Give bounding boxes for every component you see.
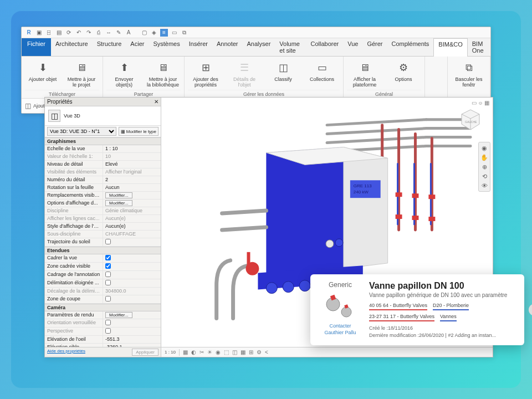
property-row[interactable]: Elévation de l'oeil-551.3 xyxy=(45,336,161,344)
property-row[interactable]: Numéro du détail2 xyxy=(45,176,161,184)
contact-link[interactable]: Contacter Gauthier Pallu xyxy=(318,323,362,336)
vp-icon[interactable]: ▦ xyxy=(484,100,489,106)
window-icon[interactable]: ▭ xyxy=(170,29,178,37)
property-row[interactable]: Rotation sur la feuilleAucun xyxy=(45,184,161,192)
property-checkbox[interactable] xyxy=(105,320,111,325)
property-section[interactable]: Caméra xyxy=(45,304,161,311)
card-tag[interactable]: D20 - Plomberie xyxy=(433,303,469,310)
view-cube[interactable]: GAUCHE xyxy=(458,108,483,132)
property-row[interactable]: Zone cadrée visible xyxy=(45,263,161,271)
status-scale[interactable]: 1 : 10 xyxy=(165,350,176,355)
nav-wheel-icon[interactable]: ◉ xyxy=(482,145,487,152)
maj-biblio-button[interactable]: 🖥Mettre à jour la bibliothèque xyxy=(145,59,181,89)
copy-icon[interactable]: ⧉ xyxy=(180,29,188,37)
status-icon[interactable]: ☀ xyxy=(207,349,212,355)
save-icon[interactable]: ▤ xyxy=(55,29,63,37)
tab-bimone[interactable]: BIM One xyxy=(468,38,490,56)
tab-insrer[interactable]: Insérer xyxy=(185,38,212,56)
options-button[interactable]: ⚙Options xyxy=(386,59,421,89)
tab-analyser[interactable]: Analyser xyxy=(243,38,275,56)
status-icon[interactable]: < xyxy=(265,349,268,355)
property-checkbox[interactable] xyxy=(105,328,111,334)
property-row[interactable]: Paramètres de renduModifier... xyxy=(45,311,161,319)
property-row[interactable]: Délimitation éloignée ... xyxy=(45,279,161,288)
undo-icon[interactable]: ↶ xyxy=(75,29,83,37)
tab-annoter[interactable]: Annoter xyxy=(212,38,243,56)
property-checkbox[interactable] xyxy=(105,263,111,269)
ajouter-objet-button[interactable]: ⬇Ajouter objet xyxy=(25,59,60,89)
modifier-button[interactable]: Modifier... xyxy=(105,200,132,206)
edit-type-button[interactable]: ▦ Modifier le type xyxy=(119,127,158,136)
property-row[interactable]: Sous-disciplineCHAUFFAGE xyxy=(45,231,161,238)
status-icon[interactable]: ▦ xyxy=(241,349,245,355)
status-icon[interactable]: ⚙ xyxy=(257,349,262,355)
property-grid[interactable]: GraphismesEchelle de la vue1 : 10Valeur … xyxy=(45,137,161,347)
property-row[interactable]: Niveau de détailElevé xyxy=(45,161,161,168)
text-icon[interactable]: A xyxy=(125,29,132,37)
property-row[interactable]: DisciplineGénie climatique xyxy=(45,207,161,215)
status-icon[interactable]: ▦ xyxy=(183,349,188,355)
property-row[interactable]: Afficher les lignes cac...Aucun(e) xyxy=(45,215,161,223)
vp-icon[interactable]: ⌾ xyxy=(479,100,482,106)
property-row[interactable]: Visibilité des élémentsAfficher l'origin… xyxy=(45,168,161,176)
tab-acier[interactable]: Acier xyxy=(126,38,149,56)
nav-pan-icon[interactable]: ✋ xyxy=(480,154,488,161)
property-row[interactable]: Echelle de la vue1 : 10 xyxy=(45,145,161,153)
box-icon[interactable]: ▢ xyxy=(140,29,148,37)
measure-icon[interactable]: ↔ xyxy=(105,29,112,37)
nav-look-icon[interactable]: 👁 xyxy=(482,182,488,189)
list-icon[interactable]: ≡ xyxy=(160,29,168,37)
tab-structure[interactable]: Structure xyxy=(93,38,126,56)
property-section[interactable]: Graphismes xyxy=(45,137,161,145)
tab-architecture[interactable]: Architecture xyxy=(51,38,93,56)
card-tag[interactable]: Vannes xyxy=(440,314,457,321)
apply-button[interactable]: Appliquer xyxy=(132,349,158,356)
property-row[interactable]: Cadrage de l'annotation xyxy=(45,271,161,279)
property-row[interactable]: Remplacements visibil...Modifier... xyxy=(45,192,161,200)
classify-button[interactable]: ◫Classify xyxy=(265,59,301,89)
tab-fichier[interactable]: Fichier xyxy=(22,38,51,56)
status-icon[interactable]: ⬚ xyxy=(224,349,229,355)
status-icon[interactable]: ⊞ xyxy=(249,349,253,355)
status-icon[interactable]: ◐ xyxy=(191,349,196,355)
vp-icon[interactable]: ▭ xyxy=(472,100,477,106)
nav-orbit-icon[interactable]: ⟲ xyxy=(482,173,487,180)
property-row[interactable]: Cadrer la vue xyxy=(45,254,161,263)
property-checkbox[interactable] xyxy=(105,280,111,285)
tab-collaborer[interactable]: Collaborer xyxy=(306,38,343,56)
property-checkbox[interactable] xyxy=(105,255,111,260)
status-icon[interactable]: ◉ xyxy=(216,349,221,355)
envoyer-objets-button[interactable]: ⬆Envoyer objet(s) xyxy=(106,59,142,89)
folder-icon[interactable]: ⌸ xyxy=(45,29,53,37)
tab-vue[interactable]: Vue xyxy=(343,38,362,56)
property-checkbox[interactable] xyxy=(105,239,111,244)
download-icon[interactable]: ☁ xyxy=(529,304,532,316)
instance-selector[interactable]: Vue 3D: VUE 3D - N°1 xyxy=(47,127,116,136)
modifier-button[interactable]: Modifier... xyxy=(105,192,132,198)
status-icon[interactable]: ◫ xyxy=(232,349,237,355)
property-row[interactable]: Style d'affichage de l'a...Aucun(e) xyxy=(45,223,161,231)
status-icon[interactable]: ✂ xyxy=(200,349,204,355)
3d-icon[interactable]: ◈ xyxy=(150,29,158,37)
tab-complments[interactable]: Compléments xyxy=(387,38,434,56)
property-row[interactable]: Options d'affichage d...Modifier... xyxy=(45,200,161,207)
ajouter-props-button[interactable]: ⊞Ajouter des propriétés xyxy=(188,59,223,89)
redo-icon[interactable]: ↷ xyxy=(85,29,93,37)
print-icon[interactable]: ⎙ xyxy=(95,29,103,37)
sync-icon[interactable]: ⟳ xyxy=(65,29,73,37)
tab-systmes[interactable]: Systèmes xyxy=(149,38,184,56)
collections-button[interactable]: ▭Collections xyxy=(304,59,340,89)
property-checkbox[interactable] xyxy=(105,272,111,277)
afficher-plateforme-button[interactable]: 🖥Afficher la plateforme xyxy=(347,59,382,89)
property-row[interactable]: Zone de coupe xyxy=(45,295,161,304)
card-tag[interactable]: 23-27 31 17 - Butterfly Valves xyxy=(369,314,434,321)
property-row[interactable]: Décalage de la délimit...304800.0 xyxy=(45,288,161,295)
dropper-icon[interactable]: ✎ xyxy=(115,29,122,37)
property-section[interactable]: Etendues xyxy=(45,247,161,254)
basculer-button[interactable]: ⧉Basculer les fenêtr xyxy=(451,59,487,89)
card-tag[interactable]: 40 05 64 - Butterfly Valves xyxy=(369,303,427,310)
tab-bimco[interactable]: BIM&CO xyxy=(433,38,467,57)
properties-help-link[interactable]: Aide des propriétés xyxy=(47,349,85,356)
tab-volumeetsite[interactable]: Volume et site xyxy=(275,38,306,56)
maj-projet-button[interactable]: 🖥Mettre à jour le projet xyxy=(64,59,99,89)
